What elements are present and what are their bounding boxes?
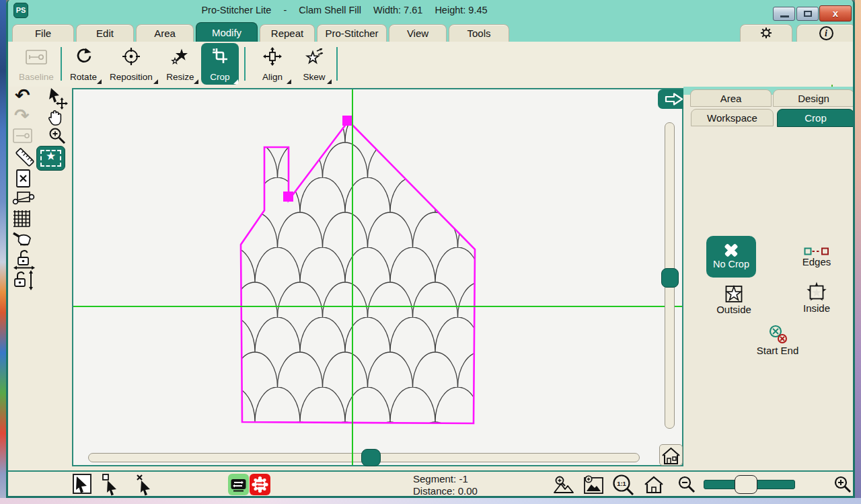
lock-horizontal-icon[interactable]	[13, 248, 35, 269]
distance-value: 0.00	[458, 485, 478, 497]
crop-icon	[201, 47, 239, 67]
zoom-fit-button[interactable]	[553, 475, 574, 495]
resize-button[interactable]: Resize	[161, 43, 199, 85]
minimize-button[interactable]	[773, 7, 795, 21]
pointer-arrow-icon	[74, 475, 91, 494]
reposition-button[interactable]: Reposition	[104, 43, 159, 85]
crop-outside-button[interactable]: Outside	[711, 284, 757, 315]
panel-tab-design[interactable]: Design	[773, 89, 854, 107]
tab-view[interactable]: View	[389, 24, 447, 42]
baseline-gray-icon[interactable]	[12, 127, 34, 144]
tab-tools[interactable]: Tools	[449, 24, 509, 42]
align-button[interactable]: Align	[253, 43, 292, 85]
segment-readout: Segment: -1	[413, 473, 468, 485]
app-window: PS Pro-Stitcher Lite - Clam Shell Fill W…	[6, 0, 855, 498]
gear-arrows-icon	[250, 474, 270, 495]
skew-button[interactable]: Skew	[296, 43, 332, 85]
toolbar: Baseline Rotate Reposition	[8, 42, 853, 87]
rotate-button[interactable]: Rotate	[65, 43, 102, 85]
home-icon	[643, 475, 665, 495]
height-value: 9.45	[468, 5, 487, 15]
tab-modify[interactable]: Modify	[196, 22, 258, 42]
edges-icon	[804, 247, 829, 256]
panel-tab-crop[interactable]: Crop	[777, 109, 854, 127]
title-separator: -	[283, 5, 287, 15]
stitcher-status-red[interactable]	[250, 474, 270, 495]
zoom-window-icon[interactable]	[48, 127, 67, 146]
horizontal-scrollbar-handle[interactable]	[361, 449, 381, 466]
crosshair-horizontal-line	[73, 306, 682, 307]
lock-vertical-icon[interactable]	[12, 269, 34, 291]
pointer-delete-point-button[interactable]	[135, 473, 157, 496]
undo-icon[interactable]: ↶	[15, 87, 30, 104]
crop-start-end-button[interactable]: Start End	[751, 325, 804, 356]
crop-inside-button[interactable]: Inside	[796, 282, 837, 314]
zoom-in-icon	[834, 476, 853, 495]
right-panel: Area Design Workspace Crop No Crop Edges…	[683, 87, 853, 470]
title-bar: PS Pro-Stitcher Lite - Clam Shell Fill W…	[8, 0, 853, 22]
maximize-button[interactable]	[796, 7, 819, 21]
zoom-one-to-one-button[interactable]: 1:1	[612, 474, 635, 495]
status-bar: Segment: -1 Distance: 0.00	[8, 470, 853, 496]
width-value: 7.61	[404, 5, 422, 15]
reposition-icon	[104, 47, 159, 67]
baseline-button[interactable]: Baseline	[15, 43, 58, 85]
zoom-fit-icon	[553, 475, 574, 495]
app-name: Pro-Stitcher Lite	[201, 5, 271, 15]
left-tool-column: ↶ ↷	[8, 87, 72, 470]
start-end-icon	[767, 325, 788, 345]
zoom-design-button[interactable]	[583, 474, 605, 495]
one-to-one-icon: 1:1	[612, 474, 635, 495]
tab-pro-stitcher[interactable]: Pro-Stitcher	[317, 24, 387, 42]
pan-hand-icon[interactable]	[47, 108, 65, 127]
pointer-select-button[interactable]	[73, 474, 91, 494]
pointer-point-button[interactable]	[101, 473, 124, 496]
crop-button[interactable]: Crop	[201, 43, 239, 85]
panel-tab-workspace[interactable]: Workspace	[691, 109, 774, 126]
star-icon: ★	[37, 149, 65, 163]
crosshair-vertical-line	[352, 89, 353, 465]
pointer-square-icon	[101, 473, 124, 496]
svg-text:1:1: 1:1	[617, 480, 626, 487]
crop-handle-top[interactable]	[342, 116, 352, 126]
crop-handle-mid[interactable]	[283, 192, 293, 202]
redo-icon[interactable]: ↷	[14, 107, 30, 124]
align-icon	[253, 47, 292, 67]
design-canvas[interactable]	[72, 88, 683, 466]
swap-points-icon[interactable]	[12, 189, 35, 206]
crop-edges-button[interactable]: Edges	[796, 247, 837, 267]
zoom-design-icon	[583, 474, 605, 495]
no-crop-button[interactable]: No Crop	[706, 236, 756, 278]
tab-repeat[interactable]: Repeat	[260, 24, 315, 42]
zoom-slider-handle[interactable]	[735, 475, 757, 494]
height-label: Height:	[435, 5, 465, 15]
desktop-wallpaper-bottom	[0, 498, 861, 504]
clamshell-design[interactable]	[73, 89, 682, 465]
resize-icon	[161, 47, 199, 67]
close-button[interactable]: x	[819, 5, 852, 22]
tab-area[interactable]: Area	[136, 24, 194, 42]
dustpan-icon[interactable]	[11, 228, 36, 248]
toolbar-separator	[336, 47, 338, 81]
ruler-icon[interactable]	[13, 146, 36, 169]
stitcher-status-green[interactable]	[228, 474, 249, 495]
minimize-icon	[780, 15, 789, 17]
delete-design-icon[interactable]	[15, 169, 32, 189]
select-design-button[interactable]: ★	[36, 146, 65, 171]
desktop-wallpaper-right	[855, 0, 861, 504]
panel-tab-area[interactable]: Area	[690, 89, 772, 107]
home-button[interactable]	[643, 475, 665, 495]
select-move-icon[interactable]	[46, 87, 69, 110]
vertical-scrollbar-handle[interactable]	[661, 268, 679, 288]
home-position-button[interactable]	[659, 444, 683, 466]
baseline-icon	[15, 47, 58, 67]
zoom-in-button[interactable]	[834, 476, 853, 495]
tab-edit[interactable]: Edit	[76, 24, 134, 42]
tab-settings[interactable]	[740, 24, 792, 42]
tab-file[interactable]: File	[12, 24, 74, 42]
tab-info[interactable]: i	[796, 24, 855, 42]
menu-tab-row: File Edit Area Modify Repeat Pro-Stitche…	[8, 22, 853, 42]
zoom-out-button[interactable]	[678, 476, 697, 495]
grid-icon[interactable]	[12, 209, 31, 228]
home-icon	[660, 446, 682, 466]
